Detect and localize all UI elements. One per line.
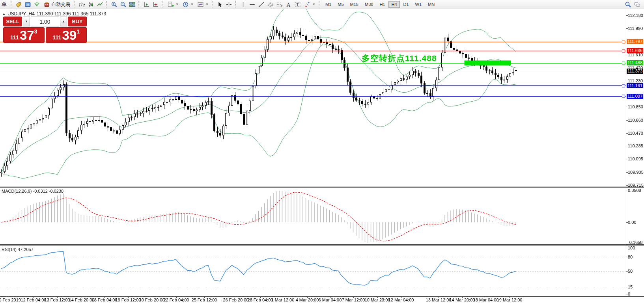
sell-price-big: 37 xyxy=(20,30,34,41)
chart-line-button[interactable] xyxy=(95,0,105,8)
sell-price-small: 111 xyxy=(10,33,19,41)
chart-bars-icon xyxy=(78,1,85,8)
vline-icon xyxy=(240,1,246,8)
hline-button[interactable] xyxy=(248,0,257,8)
timeframe-m15-button[interactable]: M15 xyxy=(347,1,361,8)
zoom-in-icon xyxy=(111,1,118,8)
crosshair-icon xyxy=(226,1,232,8)
new-order-icon xyxy=(15,1,22,8)
zoom-in-button[interactable] xyxy=(110,0,119,8)
chart-title: ▲ USDJPY-,H4 111.390 111.396 111.365 111… xyxy=(2,11,106,17)
toolbar: 单 M自动交易EFAT M1M5M15M30H1H4D1W1MN xyxy=(0,0,644,9)
search-button[interactable] xyxy=(623,0,633,8)
timeframe-w1-button[interactable]: W1 xyxy=(413,1,425,8)
tile-windows-button[interactable] xyxy=(128,0,137,8)
vline-button[interactable] xyxy=(239,0,248,8)
volume-input[interactable] xyxy=(31,17,59,26)
channel-icon: E xyxy=(267,1,274,8)
toolbar-grip xyxy=(212,1,214,7)
one-click-trade-panel: SELL ▼ ▲ BUY 111 37 3 111 39 1 xyxy=(3,17,87,43)
chart-autoscroll-button[interactable] xyxy=(151,0,160,8)
hline-icon xyxy=(249,1,256,8)
timeframe-bar: M1M5M15M30H1H4D1W1MN xyxy=(322,1,438,8)
ohlc-label: 111.390 111.396 111.365 111.373 xyxy=(37,11,106,17)
signals-icon xyxy=(34,1,40,8)
autotrading-label: 自动交易 xyxy=(51,1,70,8)
templates-icon xyxy=(197,1,204,8)
symbol-label: USDJPY-,H4 xyxy=(7,11,35,17)
timeframe-mn-button[interactable]: MN xyxy=(425,1,437,8)
buy-button[interactable]: BUY xyxy=(68,17,87,26)
svg-text:T: T xyxy=(297,2,299,7)
timeframe-h1-button[interactable]: H1 xyxy=(377,1,388,8)
chevron-down-icon xyxy=(176,4,178,5)
toolbar-grip xyxy=(162,1,164,7)
fibonacci-button[interactable]: F xyxy=(275,0,284,8)
timeframe-m1-button[interactable]: M1 xyxy=(323,1,334,8)
label-icon: T xyxy=(294,1,301,8)
volume-decrease-button[interactable]: ▼ xyxy=(23,17,30,26)
fibonacci-icon: F xyxy=(276,1,283,8)
zoom-out-button[interactable] xyxy=(119,0,128,8)
toolbar-grip xyxy=(106,1,108,7)
new-order-button[interactable] xyxy=(14,0,23,8)
chart-shift-button[interactable] xyxy=(142,0,151,8)
zoom-out-icon xyxy=(120,1,127,8)
chart-canvas[interactable] xyxy=(0,0,644,305)
cursor-icon xyxy=(217,1,223,8)
chart-line-icon xyxy=(97,1,103,8)
mql-icon: M xyxy=(24,1,31,8)
autotrading-icon xyxy=(43,1,50,8)
svg-text:F: F xyxy=(281,4,283,7)
chevron-down-icon xyxy=(191,4,193,5)
trendline-icon xyxy=(258,1,265,8)
svg-text:A: A xyxy=(287,2,291,7)
mql-button[interactable]: M xyxy=(23,0,32,8)
menu-fragment[interactable]: 单 xyxy=(2,1,7,8)
buy-price-box[interactable]: 111 39 1 xyxy=(46,27,87,43)
timeframe-h4-button[interactable]: H4 xyxy=(388,1,399,8)
chart-shift-icon xyxy=(143,1,150,8)
signals-button[interactable] xyxy=(32,0,41,8)
mt4-window: 单 M自动交易EFAT M1M5M15M30H1H4D1W1MN ▲ USDJP… xyxy=(0,0,644,305)
sell-price-sup: 3 xyxy=(34,29,37,34)
toolbar-grip xyxy=(74,1,76,7)
chart-autoscroll-icon xyxy=(152,1,159,8)
chevron-down-icon xyxy=(206,4,208,5)
cursor-button[interactable] xyxy=(215,0,224,8)
timeframe-m5-button[interactable]: M5 xyxy=(335,1,346,8)
sell-button[interactable]: SELL xyxy=(3,17,22,26)
templates-button[interactable] xyxy=(195,0,210,8)
svg-text:M: M xyxy=(26,2,29,6)
toolbar-grip xyxy=(235,1,237,7)
buy-price-small: 111 xyxy=(53,33,62,41)
buy-price-sup: 1 xyxy=(77,29,80,34)
collapse-chart-icon[interactable]: ▲ xyxy=(2,12,6,16)
svg-text:E: E xyxy=(272,4,273,7)
chart-candles-button[interactable] xyxy=(86,0,95,8)
volume-increase-button[interactable]: ▲ xyxy=(60,17,67,26)
timeframe-d1-button[interactable]: D1 xyxy=(401,1,412,8)
text-icon: A xyxy=(285,1,292,8)
add-indicator-button[interactable] xyxy=(165,0,180,8)
channel-button[interactable]: E xyxy=(266,0,275,8)
chat-button[interactable] xyxy=(633,0,642,8)
autotrading-button[interactable]: 自动交易 xyxy=(41,0,72,8)
tile-windows-icon xyxy=(129,1,136,8)
timeframe-m30-button[interactable]: M30 xyxy=(362,1,376,8)
trendline-button[interactable] xyxy=(257,0,266,8)
periods-icon xyxy=(182,1,189,8)
add-indicator-icon xyxy=(167,1,174,8)
toolbar-grip xyxy=(138,1,140,7)
label-button[interactable]: T xyxy=(293,0,302,8)
text-button[interactable]: A xyxy=(284,0,293,8)
sell-price-box[interactable]: 111 37 3 xyxy=(3,27,45,43)
toolbar-grip xyxy=(11,1,13,7)
crosshair-button[interactable] xyxy=(224,0,233,8)
arrows-button[interactable] xyxy=(302,0,317,8)
chart-bars-button[interactable] xyxy=(77,0,86,8)
chevron-down-icon xyxy=(313,4,315,5)
periods-button[interactable] xyxy=(180,0,195,8)
arrows-icon xyxy=(304,1,311,8)
toolbar-grip xyxy=(319,1,321,7)
